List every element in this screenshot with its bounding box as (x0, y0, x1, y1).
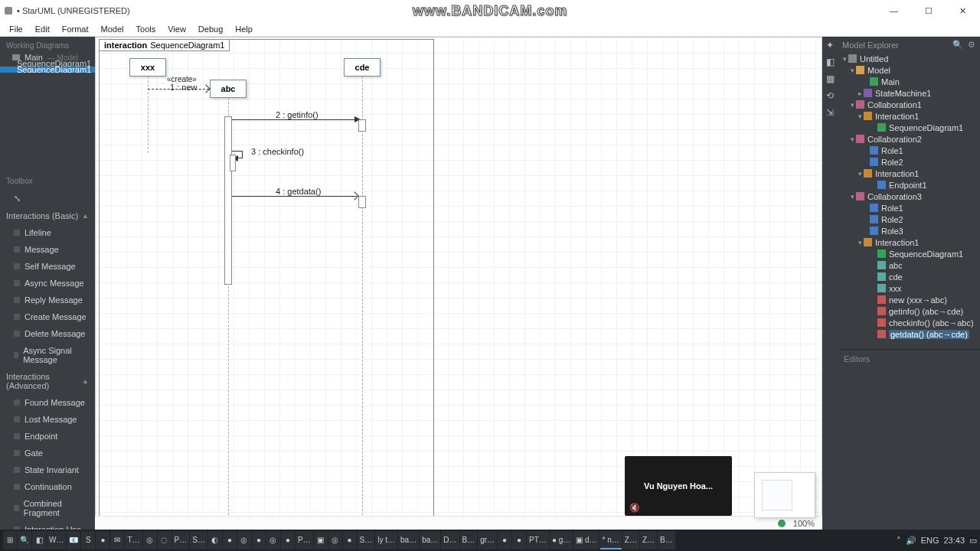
taskbar-item[interactable]: ● (498, 531, 511, 549)
tree-c2i[interactable]: Interaction1 (875, 169, 919, 178)
tree-c1i[interactable]: Interaction1 (875, 112, 919, 121)
tree-msg2[interactable]: getinfo() (abc→cde) (889, 307, 963, 316)
tool-interaction-use[interactable]: Interaction Use (0, 521, 95, 530)
tool-lost-message[interactable]: Lost Message (0, 411, 95, 428)
taskbar-item[interactable]: S… (190, 531, 207, 549)
taskbar-item[interactable]: gr… (478, 531, 497, 549)
taskbar-item[interactable]: ▣ d… (573, 531, 599, 549)
tool-reply-message[interactable]: Reply Message (0, 292, 95, 308)
taskbar-item[interactable]: P… (172, 531, 190, 549)
taskbar-item[interactable]: Z… (640, 531, 657, 549)
tree-main[interactable]: Main (881, 77, 900, 86)
activation-abc-self[interactable] (230, 155, 236, 171)
taskbar-search[interactable]: 🔍 (18, 531, 31, 549)
tool-continuation[interactable]: Continuation (0, 478, 95, 495)
model-tree[interactable]: ▾Untitled ▾Model Main ▸StateMachine1 ▾Co… (838, 53, 980, 344)
working-item-seq2[interactable]: SequenceDiagram1 — Interact (0, 67, 95, 73)
tree-c3i[interactable]: Interaction1 (875, 238, 919, 247)
menu-debug[interactable]: Debug (192, 23, 229, 35)
working-item-seq1[interactable]: SequenceDiagram1 — Interact (0, 60, 95, 67)
tool-combined-fragment[interactable]: Combined Fragment (0, 495, 95, 521)
menu-model[interactable]: Model (95, 23, 130, 35)
taskbar-item[interactable]: ◐ (208, 531, 222, 549)
tree-msg1[interactable]: new (xxx→abc) (889, 295, 947, 305)
refresh-icon[interactable]: ⟲ (825, 90, 835, 101)
taskbar-taskview[interactable]: ◧ (32, 531, 46, 549)
taskbar-item[interactable]: ● (281, 531, 295, 549)
activation-abc[interactable] (224, 116, 232, 285)
taskbar-item[interactable]: ● (223, 531, 237, 549)
settings-icon[interactable]: ⚙ (968, 40, 975, 50)
message-4-line[interactable] (232, 196, 357, 197)
zoom-level[interactable]: 100% (793, 519, 815, 528)
tool-gate[interactable]: Gate (0, 445, 95, 461)
minimap-icon[interactable]: ▦ (825, 73, 835, 84)
activation-cde-2[interactable] (358, 196, 366, 208)
tool-create-message[interactable]: Create Message (0, 308, 95, 325)
tool-lifeline[interactable]: Lifeline (0, 224, 95, 241)
tray-lang[interactable]: ENG (921, 536, 939, 545)
group-interactions-advanced[interactable]: Interactions (Advanced)▲ (0, 368, 95, 394)
system-tray[interactable]: ˄ 🔊 ENG 23:43 ▭ (897, 536, 977, 546)
diagram-nav-icon[interactable]: ◧ (825, 57, 835, 67)
activation-cde-1[interactable] (358, 119, 366, 132)
lifeline-xxx[interactable]: xxx (129, 58, 166, 77)
tool-state-invariant[interactable]: State Invariant (0, 461, 95, 478)
tray-sound-icon[interactable]: 🔊 (906, 536, 916, 546)
tool-delete-message[interactable]: Delete Message (0, 325, 95, 342)
working-item-main[interactable]: Main — Model (0, 54, 95, 60)
interaction-frame[interactable]: interaction SequenceDiagram1 xxx abc cde… (99, 39, 434, 523)
taskbar-item[interactable]: ● g… (550, 531, 573, 549)
taskbar-item[interactable]: P… (296, 531, 313, 549)
taskbar-item[interactable]: B… (460, 531, 478, 549)
extension-icon[interactable]: ✦ (825, 40, 835, 51)
lifeline-cde[interactable]: cde (344, 58, 381, 77)
taskbar-item[interactable]: S (81, 531, 95, 549)
taskbar-item[interactable]: ba… (398, 531, 419, 549)
tree-c3r2[interactable]: Role2 (881, 215, 903, 224)
menu-format[interactable]: Format (56, 23, 95, 35)
tray-time[interactable]: 23:43 (943, 536, 965, 545)
taskbar-item[interactable]: ba… (420, 531, 440, 549)
taskbar-item[interactable]: D… (441, 531, 459, 549)
tree-c3[interactable]: Collaboration3 (867, 192, 922, 201)
taskbar-item[interactable]: W… (47, 531, 66, 549)
tool-async-message[interactable]: Async Message (0, 275, 95, 292)
group-interactions-basic[interactable]: Interactions (Basic)▲ (0, 207, 95, 224)
tree-c1d[interactable]: SequenceDiagram1 (889, 123, 963, 132)
taskbar-item[interactable]: PT… (527, 531, 549, 549)
search-icon[interactable]: 🔍 (952, 40, 963, 50)
menu-view[interactable]: View (162, 23, 192, 35)
taskbar-item[interactable]: ▣ (314, 531, 328, 549)
message-1-line[interactable] (148, 89, 209, 90)
minimize-button[interactable]: — (877, 0, 911, 21)
tree-msg4[interactable]: getdata() (abc→cde) (889, 330, 969, 339)
tool-pointer[interactable]: ⤡ (0, 190, 95, 207)
taskbar-item[interactable]: ◎ (266, 531, 280, 549)
taskbar-item[interactable]: S… (358, 531, 375, 549)
start-button[interactable]: ⊞ (3, 531, 17, 549)
close-button[interactable]: ✕ (946, 0, 980, 21)
tree-xxx[interactable]: xxx (889, 284, 902, 293)
menu-file[interactable]: File (3, 23, 29, 35)
tree-cde[interactable]: cde (889, 272, 903, 282)
tree-c2r2[interactable]: Role2 (881, 158, 903, 167)
tool-self-message[interactable]: Self Message (0, 258, 95, 275)
tree-c3r3[interactable]: Role3 (881, 227, 903, 236)
maximize-button[interactable]: ☐ (911, 0, 946, 21)
taskbar-item[interactable]: ● (343, 531, 357, 549)
taskbar-item[interactable]: ◎ (143, 531, 157, 549)
taskbar-item[interactable]: B… (658, 531, 675, 549)
tool-endpoint[interactable]: Endpoint (0, 428, 95, 445)
tool-message[interactable]: Message (0, 241, 95, 258)
taskbar-item[interactable]: ● (252, 531, 266, 549)
tree-c2e[interactable]: Endpoint1 (889, 181, 927, 190)
menu-tools[interactable]: Tools (130, 23, 162, 35)
editors-panel-title[interactable]: Editors (838, 349, 980, 368)
tree-model[interactable]: Model (867, 66, 890, 75)
taskbar-item[interactable]: Z… (622, 531, 639, 549)
taskbar-item[interactable]: ● (96, 531, 109, 549)
tray-up-icon[interactable]: ˄ (897, 536, 901, 546)
tree-state[interactable]: StateMachine1 (875, 89, 931, 98)
tree-c2r1[interactable]: Role1 (881, 146, 903, 155)
